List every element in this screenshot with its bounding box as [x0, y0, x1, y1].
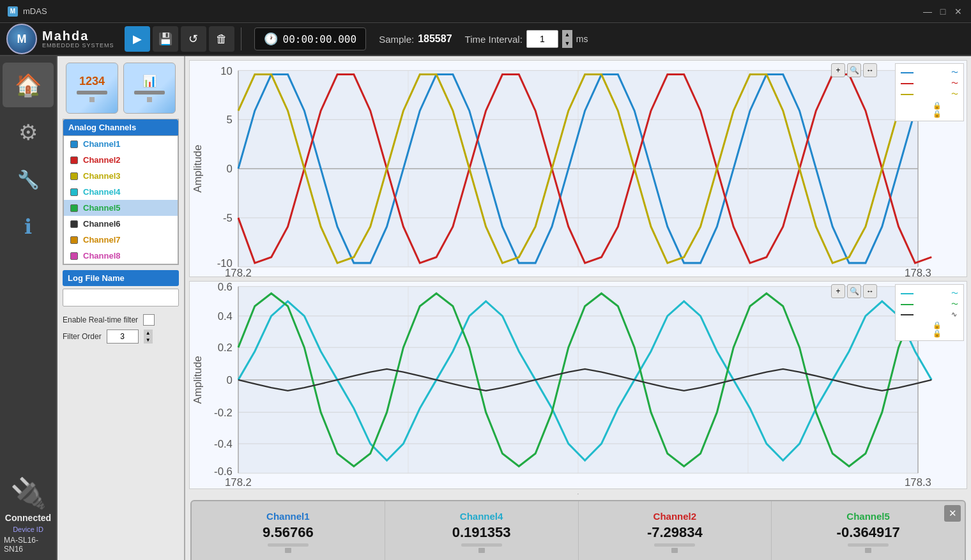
- chart1-time-ctrl[interactable]: ⊞: [944, 102, 950, 110]
- value-card-channel-3: Channel5: [846, 511, 890, 522]
- chart1-amp-lock: 🔒: [933, 110, 942, 118]
- svg-text:0.2: 0.2: [218, 342, 233, 354]
- nav-info[interactable]: ℹ: [3, 204, 54, 249]
- chart1-zoom-fit[interactable]: 🔍: [847, 63, 861, 77]
- filter-checkbox[interactable]: [143, 314, 155, 326]
- log-file-input[interactable]: [63, 289, 179, 306]
- channel-item-ch6[interactable]: Channel6: [64, 216, 178, 232]
- channel-item-ch8[interactable]: Channel8: [64, 248, 178, 264]
- channel-color-ch3: [70, 172, 78, 180]
- delete-button[interactable]: 🗑: [209, 26, 234, 52]
- channel-item-ch4[interactable]: Channel4: [64, 184, 178, 200]
- left-nav: 🏠 ⚙ 🔧 ℹ 🔌 Connected Device ID MA-SL16-SN…: [0, 56, 57, 560]
- value-card-monitor-0: [268, 543, 309, 547]
- chart1-lock-icon: 🔒: [933, 102, 942, 110]
- interval-label: Time Interval:: [465, 34, 523, 45]
- chart1-svg: 10 5 0 -5 -10 178.2 178.3 Amplitude: [190, 61, 967, 276]
- value-card-stand-3: [865, 548, 871, 553]
- value-card-channel2: Channel2-7.29834: [579, 501, 772, 560]
- legend-ch5-icon: 〜: [951, 299, 958, 309]
- channel-item-ch7[interactable]: Channel7: [64, 232, 178, 248]
- maximize-button[interactable]: □: [938, 6, 948, 17]
- chart2-zoom-in[interactable]: +: [831, 284, 845, 298]
- legend-ch6: Channel6 ∿: [901, 310, 958, 319]
- nav-settings[interactable]: ⚙: [3, 110, 54, 155]
- channel-color-ch8: [70, 252, 78, 260]
- widget-chart-icon: 📊: [142, 74, 157, 88]
- value-card-monitor-2: [654, 543, 695, 547]
- svg-text:10: 10: [220, 64, 233, 77]
- chart2-amp-row: Amplitude 🔒 ⊞ ⊟: [901, 329, 958, 338]
- chart2-time-row: Time 🔒 ⊞ ⊟: [901, 321, 958, 329]
- interval-input[interactable]: [526, 30, 558, 48]
- value-panel: Channel19.56766Channel40.191353Channel2-…: [190, 500, 966, 560]
- channel-item-ch1[interactable]: Channel1: [64, 136, 178, 152]
- chart2-zoom-fit[interactable]: 🔍: [847, 284, 861, 298]
- chart2-amp-label: Amplitude: [901, 329, 932, 338]
- channel-item-ch2[interactable]: Channel2: [64, 152, 178, 168]
- titlebar: M mDAS — □ ✕: [0, 0, 971, 23]
- log-header: Log File Name: [63, 270, 179, 286]
- value-panel-close[interactable]: ✕: [944, 505, 961, 522]
- filter-row: Enable Real-time filter: [63, 314, 179, 326]
- log-section: Log File Name: [63, 270, 179, 306]
- refresh-button[interactable]: ↺: [181, 26, 206, 52]
- sample-value: 185587: [418, 33, 452, 45]
- widget-num-icon: 1234: [79, 75, 105, 88]
- filter-order-down[interactable]: ▼: [144, 337, 153, 344]
- chart2-amp-ctrl[interactable]: ⊞: [944, 329, 950, 338]
- channel-label-ch7: Channel7: [83, 235, 121, 245]
- value-card-monitor-1: [461, 543, 502, 547]
- app-title: mDAS: [23, 6, 917, 16]
- chart2-controls: + 🔍 ↔: [831, 284, 877, 298]
- chart2-amp-ctrl2[interactable]: ⊟: [952, 329, 958, 338]
- channel-item-ch5[interactable]: Channel5: [64, 200, 178, 216]
- chart-display-widget[interactable]: 📊: [123, 63, 176, 114]
- interval-up[interactable]: ▲: [562, 30, 572, 39]
- filter-order-input[interactable]: [107, 329, 139, 344]
- value-card-channel5: Channel5-0.364917: [772, 501, 965, 560]
- svg-text:-0.2: -0.2: [214, 407, 233, 419]
- svg-text:178.2: 178.2: [225, 267, 252, 276]
- chart2-time-ctrl2[interactable]: ⊟: [952, 321, 958, 329]
- channel-label-ch1: Channel1: [83, 139, 121, 149]
- chart2-lock: 🔒: [933, 321, 942, 329]
- svg-text:-5: -5: [223, 212, 233, 224]
- filter-order-up[interactable]: ▲: [144, 329, 153, 337]
- numeric-display-widget[interactable]: 1234: [66, 63, 118, 114]
- legend-ch2-label: Channel2: [917, 80, 947, 87]
- svg-text:-0.4: -0.4: [214, 438, 233, 450]
- channel-list-container: Analog Channels Channel1Channel2Channel3…: [63, 119, 179, 265]
- channel-label-ch6: Channel6: [83, 219, 121, 229]
- chart2-time-ctrl[interactable]: ⊞: [944, 321, 950, 329]
- value-cards: Channel19.56766Channel40.191353Channel2-…: [192, 501, 965, 560]
- nav-home[interactable]: 🏠: [3, 63, 54, 107]
- value-card-channel-1: Channel4: [460, 511, 503, 522]
- connection-status: 🔌 Connected Device ID MA-SL16-SN16: [0, 469, 56, 560]
- channel-color-ch7: [70, 236, 78, 244]
- device-id-label: Device ID: [13, 526, 43, 533]
- interval-down[interactable]: ▼: [562, 39, 572, 48]
- legend-ch1-icon: 〜: [951, 68, 958, 77]
- minimize-button[interactable]: —: [922, 6, 933, 17]
- chart1-zoom-in[interactable]: +: [831, 63, 845, 77]
- interval-unit: ms: [576, 34, 588, 44]
- chart1-time-ctrl2[interactable]: ⊟: [952, 102, 958, 110]
- chart1-container: + 🔍 ↔ Channel1 〜 Channel2 〜 Channe: [189, 60, 967, 277]
- play-button[interactable]: ▶: [125, 26, 150, 52]
- channel-item-ch3[interactable]: Channel3: [64, 168, 178, 184]
- close-button[interactable]: ✕: [953, 6, 963, 17]
- save-button[interactable]: 💾: [153, 26, 178, 52]
- chart1-axis-labels: Time 🔒 ⊞ ⊟: [901, 102, 958, 110]
- toolbar: M Mahda EMBEDDED SYSTEMS ▶ 💾 ↺ 🗑 🕐 00:00…: [0, 23, 971, 56]
- chart1-pan[interactable]: ↔: [863, 63, 877, 77]
- legend-ch6-label: Channel6: [917, 311, 947, 319]
- channel-label-ch3: Channel3: [83, 171, 121, 181]
- chart1-amp-ctrl[interactable]: ⊞: [944, 110, 950, 118]
- chart1-amp-ctrl2[interactable]: ⊟: [952, 110, 958, 118]
- svg-text:178.3: 178.3: [905, 267, 931, 276]
- side-panel: 1234 📊 Analog Channels Channel1Channel2C…: [57, 56, 185, 560]
- window-controls: — □ ✕: [922, 6, 963, 17]
- nav-tools[interactable]: 🔧: [3, 157, 54, 202]
- chart2-pan[interactable]: ↔: [863, 284, 877, 298]
